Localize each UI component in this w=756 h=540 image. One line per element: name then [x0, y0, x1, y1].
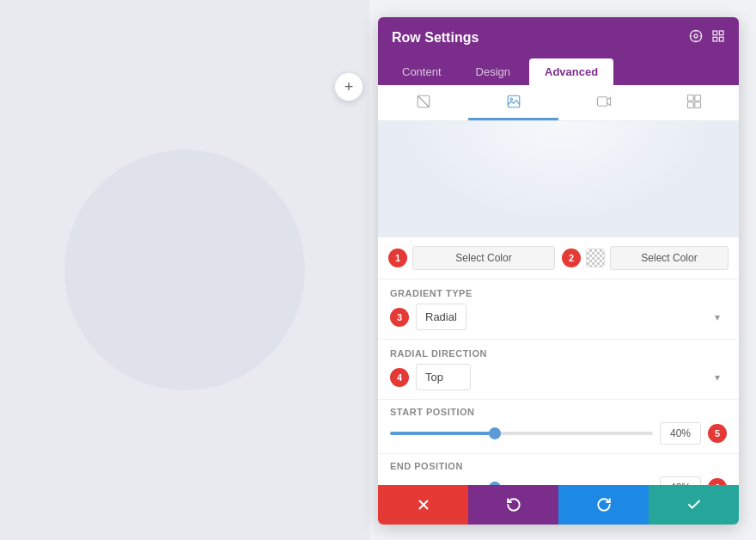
- add-button[interactable]: +: [335, 73, 363, 101]
- gradient-type-select[interactable]: Radial Linear Conic: [416, 304, 466, 330]
- redo-icon: [596, 497, 612, 512]
- start-position-input[interactable]: 40%: [660, 422, 701, 445]
- header-icons: [689, 29, 725, 46]
- cancel-button[interactable]: [378, 485, 468, 525]
- start-position-track[interactable]: [390, 432, 653, 435]
- reset-button[interactable]: [468, 485, 558, 525]
- select-color-2-button[interactable]: Select Color: [610, 246, 729, 270]
- radial-direction-section: Radial Direction 4 Top Bottom Left Right…: [378, 340, 739, 400]
- color-selector-2: 2 Select Color: [562, 246, 729, 270]
- svg-rect-7: [719, 31, 723, 35]
- reset-icon: [506, 497, 521, 512]
- end-position-row: 40% 6: [390, 476, 727, 485]
- grid-icon-button[interactable]: [711, 29, 725, 46]
- svg-rect-18: [694, 102, 700, 108]
- gradient-type-wrapper: Radial Linear Conic: [416, 304, 727, 330]
- media-tab[interactable]: [649, 85, 739, 120]
- no-image-icon: [416, 94, 431, 109]
- canvas-background: [0, 0, 369, 540]
- svg-rect-16: [694, 95, 700, 101]
- tab-content[interactable]: Content: [387, 58, 457, 85]
- gradient-overlay: [378, 121, 739, 237]
- bottom-toolbar: [378, 485, 739, 525]
- tab-design[interactable]: Design: [460, 58, 526, 85]
- media-icon: [686, 94, 702, 109]
- radial-direction-row: 4 Top Bottom Left Right Center: [390, 364, 727, 390]
- image-tab[interactable]: [468, 85, 558, 120]
- select-color-1-button[interactable]: Select Color: [412, 246, 555, 270]
- video-bg-tab[interactable]: [558, 85, 649, 120]
- cancel-icon: [416, 497, 431, 512]
- start-position-section: Start Position 40% 5: [378, 400, 739, 454]
- gradient-preview: [378, 121, 739, 237]
- start-position-fill: [390, 432, 495, 435]
- gradient-type-label: Gradient Type: [390, 288, 727, 298]
- radial-direction-label: Radial Direction: [390, 348, 727, 359]
- end-position-input[interactable]: 40%: [660, 476, 701, 485]
- color-badge-2: 2: [562, 249, 581, 267]
- redo-button[interactable]: [558, 485, 649, 525]
- end-position-section: End Position 40% 6: [378, 454, 739, 485]
- check-icon: [686, 497, 702, 512]
- svg-rect-8: [713, 37, 717, 41]
- plus-icon: +: [344, 78, 354, 96]
- start-position-label: Start Position: [390, 407, 727, 417]
- start-position-row: 40% 5: [390, 422, 727, 445]
- step-badge-4: 4: [390, 368, 409, 387]
- panel-content-area: 1 Select Color 2 Select Color Gradient T…: [378, 85, 739, 485]
- radial-direction-select[interactable]: Top Bottom Left Right Center: [416, 364, 471, 390]
- color-badge-1: 1: [388, 249, 407, 267]
- start-position-thumb[interactable]: [489, 427, 501, 439]
- svg-rect-17: [687, 102, 693, 108]
- radial-direction-wrapper: Top Bottom Left Right Center: [416, 364, 727, 390]
- no-image-tab[interactable]: [378, 85, 468, 120]
- color-2-swatch[interactable]: [586, 249, 605, 267]
- tab-advanced[interactable]: Advanced: [529, 58, 613, 85]
- svg-rect-14: [597, 97, 607, 107]
- color-selector-row: 1 Select Color 2 Select Color: [378, 237, 739, 279]
- svg-rect-9: [719, 37, 723, 41]
- image-icon: [506, 94, 521, 109]
- save-button[interactable]: [649, 485, 739, 525]
- end-position-label: End Position: [390, 461, 727, 471]
- svg-line-10: [418, 95, 430, 107]
- icon-tab-bar: [378, 85, 739, 121]
- color-selector-1: 1 Select Color: [388, 246, 555, 270]
- gradient-type-section: Gradient Type 3 Radial Linear Conic: [378, 279, 739, 340]
- svg-point-13: [510, 98, 512, 100]
- gradient-type-row: 3 Radial Linear Conic: [390, 304, 727, 330]
- background-circle: [64, 150, 305, 390]
- panel-title: Row Settings: [392, 30, 479, 46]
- svg-rect-6: [713, 31, 717, 35]
- svg-point-1: [694, 34, 698, 38]
- row-settings-panel: Row Settings Content Design: [378, 17, 739, 525]
- target-icon-button[interactable]: [689, 29, 703, 46]
- step-badge-5: 5: [708, 424, 727, 443]
- video-icon: [596, 94, 612, 109]
- tab-bar: Content Design Advanced: [378, 58, 739, 85]
- end-position-thumb[interactable]: [489, 482, 501, 485]
- panel-header: Row Settings: [378, 17, 739, 58]
- svg-rect-15: [687, 95, 693, 101]
- step-badge-6: 6: [708, 478, 727, 485]
- step-badge-3: 3: [390, 308, 409, 327]
